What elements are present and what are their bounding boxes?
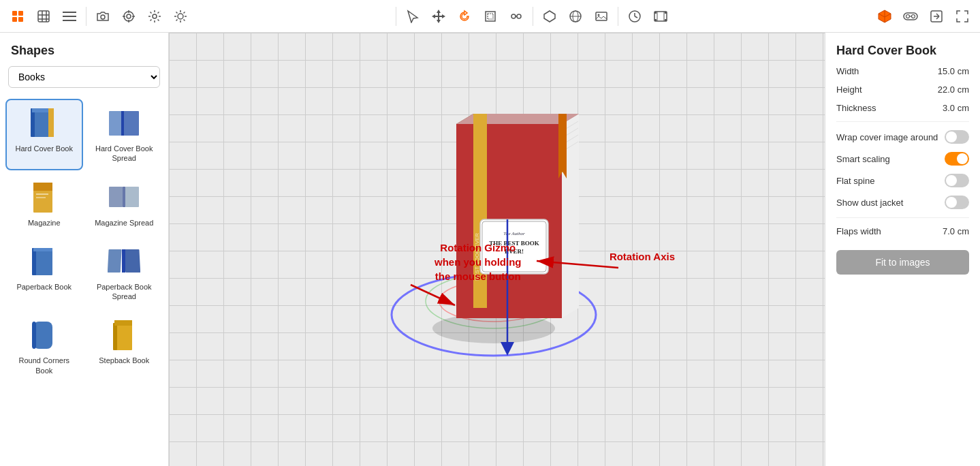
- shape-icon-magazine-spread: [106, 180, 142, 215]
- svg-rect-50: [654, 12, 657, 14]
- sun-button[interactable]: [168, 4, 193, 29]
- svg-rect-72: [33, 183, 52, 191]
- clock-tool[interactable]: [622, 4, 647, 29]
- export-icon[interactable]: [924, 4, 949, 29]
- prop-value-height: 22.0 cm: [938, 84, 969, 95]
- move-tool[interactable]: [426, 4, 451, 29]
- toggle-dust-jacket-btn[interactable]: [945, 196, 969, 209]
- shape-label-hard-cover-book: Hard Cover Book: [16, 144, 73, 153]
- svg-point-38: [517, 14, 521, 18]
- svg-rect-83: [122, 249, 125, 273]
- svg-point-58: [912, 14, 915, 18]
- fullscreen-icon[interactable]: [950, 4, 975, 29]
- shape-icon-paperback-book-spread: [106, 244, 142, 279]
- select-tool[interactable]: [400, 4, 425, 29]
- rotate-tool[interactable]: [452, 4, 477, 29]
- shape-label-magazine: Magazine: [28, 218, 61, 228]
- toggle-label-flat-spine: Flat spine: [836, 176, 874, 186]
- shape-label-stepback-book: Stepback Book: [99, 356, 149, 365]
- svg-rect-76: [125, 187, 139, 207]
- group-tool[interactable]: [504, 4, 528, 29]
- prop-label-thickness: Thickness: [836, 103, 876, 113]
- svg-rect-44: [596, 12, 607, 20]
- svg-rect-74: [36, 197, 46, 198]
- svg-rect-67: [48, 108, 54, 137]
- svg-rect-73: [36, 193, 48, 195]
- box-icon[interactable]: [872, 4, 897, 29]
- shape-item-magazine[interactable]: Magazine: [5, 173, 83, 234]
- globe-tool[interactable]: [563, 4, 588, 29]
- shape-item-paperback-book[interactable]: Paperback Book: [5, 237, 83, 309]
- svg-rect-85: [32, 322, 36, 349]
- svg-marker-33: [432, 14, 435, 18]
- film-tool[interactable]: [648, 4, 673, 29]
- shape-label-magazine-spread: Magazine Spread: [95, 218, 153, 228]
- table-tool[interactable]: [537, 4, 562, 29]
- svg-point-14: [127, 14, 131, 18]
- svg-text:BEST BOOK EVER: BEST BOOK EVER: [474, 233, 480, 281]
- shape-item-hard-cover-book[interactable]: Hard Cover Book: [5, 99, 83, 170]
- prop-label-height: Height: [836, 84, 862, 95]
- shape-icon-round-corners-book: [27, 317, 62, 353]
- svg-rect-77: [123, 187, 125, 207]
- toolbar: [0, 0, 980, 33]
- shape-item-magazine-spread[interactable]: Magazine Spread: [86, 173, 163, 234]
- svg-line-48: [635, 16, 637, 18]
- shape-item-hard-cover-book-spread[interactable]: Hard Cover Book Spread: [86, 99, 163, 170]
- target-button[interactable]: [116, 4, 141, 29]
- toolbar-left: [5, 4, 193, 29]
- shape-item-paperback-book-spread[interactable]: Paperback Book Spread: [86, 237, 163, 309]
- svg-point-45: [597, 14, 599, 16]
- toggle-wrap-cover[interactable]: [945, 130, 969, 144]
- svg-rect-65: [31, 108, 35, 137]
- svg-rect-78: [33, 248, 52, 275]
- svg-rect-84: [33, 322, 52, 349]
- prop-label-width: Width: [836, 66, 859, 76]
- shape-icon-paperback-book: [27, 244, 62, 279]
- svg-rect-1: [18, 11, 23, 16]
- camera-button[interactable]: [91, 4, 115, 29]
- menu-button[interactable]: [57, 4, 82, 29]
- shape-icon-stepback-book: [106, 317, 142, 353]
- prop-row-height: Height 22.0 cm: [836, 84, 969, 95]
- canvas-area[interactable]: The Author THE BEST BOOK EVER! BEST BOOK…: [169, 33, 825, 466]
- toggle-wrap-cover: Wrap cover image around: [836, 130, 969, 144]
- svg-rect-81: [108, 249, 122, 273]
- image-tool[interactable]: [589, 4, 614, 29]
- svg-rect-53: [665, 19, 667, 21]
- shape-label-hard-cover-book-spread: Hard Cover Book Spread: [90, 144, 159, 164]
- svg-point-20: [178, 14, 183, 19]
- panel-title: Hard Cover Book: [836, 44, 969, 58]
- category-select[interactable]: Books Magazines Other: [8, 66, 160, 88]
- svg-rect-2: [12, 17, 17, 22]
- svg-rect-75: [109, 187, 123, 207]
- prop-value-thickness: 3.0 cm: [943, 103, 969, 113]
- svg-marker-32: [437, 20, 441, 23]
- svg-rect-4: [38, 11, 49, 22]
- svg-rect-69: [123, 111, 139, 136]
- grid-button[interactable]: [31, 4, 56, 29]
- shape-icon-hard-cover-book: [27, 106, 62, 141]
- svg-point-57: [906, 14, 910, 18]
- svg-marker-40: [544, 11, 555, 22]
- prop-value-flaps: 7.0 cm: [943, 226, 969, 236]
- separator-1: [86, 7, 86, 26]
- svg-rect-36: [488, 14, 493, 19]
- svg-point-13: [124, 12, 133, 21]
- svg-rect-35: [486, 12, 495, 21]
- scale-tool[interactable]: [478, 4, 503, 29]
- settings-button[interactable]: [142, 4, 167, 29]
- add-button[interactable]: [5, 4, 30, 29]
- divider-2: [836, 217, 969, 218]
- shape-label-paperback-book: Paperback Book: [16, 282, 72, 292]
- toggle-dust-jacket: Show dust jacket: [836, 196, 969, 209]
- shape-item-round-corners-book[interactable]: Round Corners Book: [5, 311, 83, 382]
- shape-item-stepback-book[interactable]: Stepback Book: [86, 311, 163, 382]
- vr-icon[interactable]: [898, 4, 923, 29]
- toggle-flat-spine-btn[interactable]: [945, 174, 969, 187]
- toggle-label-dust-jacket: Show dust jacket: [836, 198, 903, 208]
- toggle-smart-scaling-btn[interactable]: [945, 152, 969, 166]
- fit-to-images-button[interactable]: Fit to images: [836, 250, 969, 275]
- svg-line-26: [184, 19, 185, 20]
- svg-rect-0: [12, 11, 17, 16]
